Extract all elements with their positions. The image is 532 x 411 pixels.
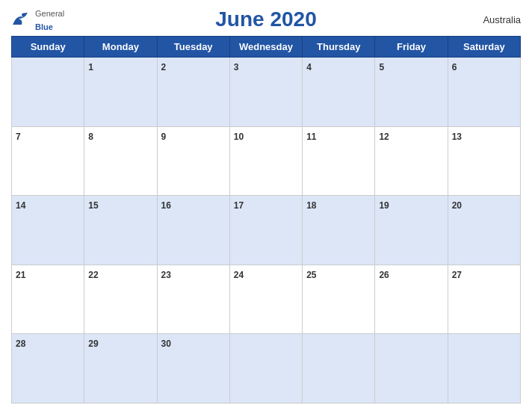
day-number: 1	[88, 62, 93, 72]
day-header-sunday: Sunday	[12, 37, 84, 58]
calendar-cell: 24	[229, 265, 302, 334]
day-number: 21	[16, 270, 25, 280]
day-number: 7	[16, 132, 21, 142]
logo-text: General Blue	[35, 6, 64, 33]
day-number: 4	[306, 62, 312, 72]
calendar-header-row: SundayMondayTuesdayWednesdayThursdayFrid…	[12, 37, 521, 58]
calendar-cell: 6	[448, 58, 520, 127]
calendar-cell: 25	[303, 265, 375, 334]
day-number: 11	[306, 132, 316, 142]
day-number: 12	[379, 132, 389, 142]
calendar-cell: 20	[448, 196, 520, 265]
calendar-cell: 17	[229, 196, 302, 265]
day-number: 2	[161, 62, 167, 72]
day-number: 15	[88, 200, 98, 211]
logo-general: General	[35, 9, 64, 18]
calendar-cell: 29	[84, 334, 157, 404]
calendar-cell: 2	[157, 58, 229, 127]
calendar-cell	[229, 334, 302, 404]
day-number: 27	[452, 270, 462, 280]
week-row-2: 78910111213	[12, 126, 521, 196]
day-number: 14	[16, 200, 25, 211]
calendar-cell	[448, 334, 520, 404]
day-header-monday: Monday	[84, 37, 157, 58]
calendar-cell: 9	[157, 126, 229, 196]
calendar-cell: 10	[229, 126, 302, 196]
calendar-cell: 22	[84, 265, 157, 334]
calendar-header: General Blue June 2020 Australia	[11, 7, 521, 31]
calendar-cell: 7	[12, 126, 84, 196]
day-number: 13	[452, 132, 462, 142]
week-row-4: 21222324252627	[12, 265, 521, 334]
day-headers: SundayMondayTuesdayWednesdayThursdayFrid…	[12, 37, 521, 58]
calendar-cell: 14	[12, 196, 84, 265]
day-number: 17	[234, 200, 244, 211]
calendar-cell	[12, 58, 84, 127]
calendar-cell: 5	[375, 58, 448, 127]
day-number: 25	[306, 270, 316, 280]
day-number: 20	[452, 200, 462, 211]
calendar-cell	[375, 334, 448, 404]
day-header-wednesday: Wednesday	[229, 37, 302, 58]
week-row-5: 282930	[12, 334, 521, 404]
calendar-cell: 8	[84, 126, 157, 196]
day-number: 26	[379, 270, 389, 280]
day-number: 24	[234, 270, 244, 280]
calendar-cell: 27	[448, 265, 520, 334]
logo-bird-icon	[11, 11, 32, 28]
logo-blue: Blue	[35, 22, 53, 31]
day-number: 3	[234, 62, 239, 72]
day-header-friday: Friday	[375, 37, 448, 58]
day-number: 28	[16, 339, 25, 349]
day-number: 5	[379, 62, 384, 72]
week-row-1: 123456	[12, 58, 521, 127]
week-row-3: 14151617181920	[12, 196, 521, 265]
calendar-cell: 19	[375, 196, 448, 265]
calendar-cell: 26	[375, 265, 448, 334]
calendar-body: 1234567891011121314151617181920212223242…	[12, 58, 521, 404]
calendar-cell: 18	[303, 196, 375, 265]
day-header-tuesday: Tuesday	[157, 37, 229, 58]
day-number: 16	[161, 200, 171, 211]
day-header-saturday: Saturday	[448, 37, 520, 58]
day-number: 30	[161, 339, 171, 349]
day-number: 6	[452, 62, 457, 72]
day-number: 23	[161, 270, 171, 280]
day-header-thursday: Thursday	[303, 37, 375, 58]
day-number: 10	[234, 132, 244, 142]
calendar-cell: 28	[12, 334, 84, 404]
calendar-cell: 21	[12, 265, 84, 334]
calendar-cell: 4	[303, 58, 375, 127]
day-number: 19	[379, 200, 389, 211]
calendar-cell: 1	[84, 58, 157, 127]
calendar-cell: 16	[157, 196, 229, 265]
day-number: 18	[306, 200, 316, 211]
calendar-cell: 23	[157, 265, 229, 334]
logo: General Blue	[11, 6, 64, 33]
day-number: 29	[88, 339, 98, 349]
day-number: 8	[88, 132, 93, 142]
country-label: Australia	[483, 14, 521, 25]
day-number: 22	[88, 270, 98, 280]
calendar-cell: 30	[157, 334, 229, 404]
calendar-table: SundayMondayTuesdayWednesdayThursdayFrid…	[11, 36, 521, 404]
calendar-cell: 12	[375, 126, 448, 196]
calendar-cell: 13	[448, 126, 520, 196]
calendar-title: June 2020	[215, 7, 316, 31]
day-number: 9	[161, 132, 167, 142]
calendar-cell	[303, 334, 375, 404]
calendar-cell: 11	[303, 126, 375, 196]
calendar-cell: 15	[84, 196, 157, 265]
calendar-cell: 3	[229, 58, 302, 127]
